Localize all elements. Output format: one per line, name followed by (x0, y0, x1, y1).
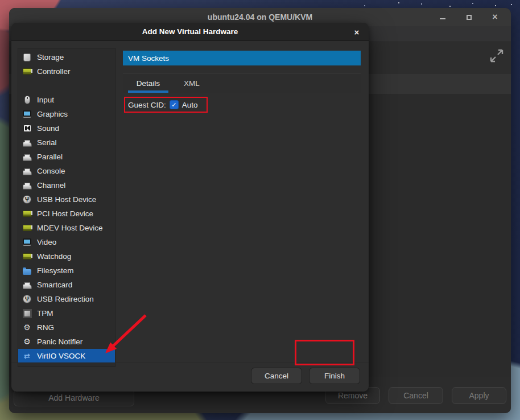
tab-xml[interactable]: XML (175, 73, 208, 93)
sidebar-item-label: Parallel (37, 153, 63, 161)
sidebar-item-label: USB Redirection (37, 295, 94, 303)
wallpaper-stars (398, 2, 399, 3)
sidebar-item-label: Channel (37, 181, 65, 190)
sidebar-item-label: TPM (37, 309, 53, 318)
sidebar-item-label: Video (37, 238, 56, 246)
sidebar-item-watchdog[interactable]: Watchdog (18, 249, 115, 263)
sidebar-item-label: Watchdog (37, 252, 71, 261)
panel-tabs: Details XML (123, 73, 361, 93)
dialog-close-icon[interactable]: × (352, 27, 362, 37)
annotation-box-finish (295, 340, 354, 365)
gear-icon: ⚙ (22, 323, 32, 332)
sidebar-item-parallel[interactable]: Parallel (18, 150, 115, 164)
sidebar-item-filesystem[interactable]: Filesystem (18, 263, 115, 278)
sidebar-item-blank (18, 79, 115, 93)
panel-header: VM Sockets (123, 51, 361, 65)
sidebar-item-usb-host-device[interactable]: ΨUSB Host Device (18, 192, 115, 207)
sidebar-item-tpm[interactable]: TPM (18, 306, 115, 320)
pci-card-icon (22, 209, 32, 219)
sidebar-item-virtio-vsock[interactable]: ⇄VirtIO VSOCK (18, 349, 115, 363)
sidebar-item-input[interactable]: Input (18, 93, 115, 107)
sidebar-item-rng[interactable]: ⚙RNG (18, 320, 115, 335)
channel-icon (22, 180, 32, 190)
sidebar-item-label: VirtIO VSOCK (37, 352, 85, 360)
folder-icon (22, 266, 32, 275)
sidebar-item-label: PCI Host Device (37, 209, 93, 218)
window-controls: × (437, 8, 501, 26)
sidebar-item-label: Sound (37, 124, 59, 133)
sidebar-item-label: Input (37, 96, 54, 104)
mdev-card-icon (22, 223, 32, 233)
panel-header-label: VM Sockets (128, 54, 169, 63)
sidebar-item-storage[interactable]: Storage (18, 50, 115, 64)
finish-button[interactable]: Finish (309, 368, 360, 384)
chip-icon (22, 308, 32, 318)
sound-icon (22, 123, 32, 133)
sidebar-item-channel[interactable]: Channel (18, 178, 115, 192)
serial-port-icon (22, 138, 32, 147)
sidebar-item-video[interactable]: Video (18, 235, 115, 249)
input-mouse-icon (22, 95, 32, 105)
sidebar-item-label: Filesystem (37, 266, 74, 275)
sidebar-item-controller[interactable]: Controller (18, 64, 115, 79)
add-hardware-button[interactable]: Add Hardware (14, 389, 134, 406)
vm-window-title: ubuntu24.04 on QEMU/KVM (208, 13, 312, 22)
usb-icon: Ψ (22, 195, 32, 204)
sidebar-item-usb-redirection[interactable]: ΨUSB Redirection (18, 292, 115, 306)
usb-icon: Ψ (22, 294, 32, 304)
sidebar-item-label: Console (37, 167, 65, 175)
sidebar-item-graphics[interactable]: Graphics (18, 107, 115, 121)
sidebar-item-smartcard[interactable]: Smartcard (18, 278, 115, 292)
controller-icon (22, 67, 32, 76)
sidebar-item-panic-notifier[interactable]: ⚙Panic Notifier (18, 335, 115, 349)
watchdog-card-icon (22, 252, 32, 261)
sidebar-item-console[interactable]: Console (18, 164, 115, 178)
sidebar-item-serial[interactable]: Serial (18, 135, 115, 150)
video-monitor-icon (22, 237, 32, 247)
vsock-icon: ⇄ (22, 351, 32, 361)
sidebar-item-label: Smartcard (37, 281, 72, 289)
graphics-monitor-icon (22, 109, 32, 119)
cancel-button[interactable]: Cancel (389, 387, 443, 404)
hardware-type-list: StorageControllerInputGraphicsSoundSeria… (18, 48, 115, 367)
dialog-titlebar[interactable]: Add New Virtual Hardware × (11, 23, 369, 41)
sidebar-item-pci-host-device[interactable]: PCI Host Device (18, 207, 115, 221)
sidebar-item-sound[interactable]: Sound (18, 121, 115, 135)
cancel-button[interactable]: Cancel (251, 368, 302, 384)
apply-button[interactable]: Apply (452, 387, 506, 404)
sidebar-item-label: Graphics (37, 110, 68, 118)
annotation-box-guest-cid: Guest CID: ✓ Auto (124, 97, 208, 113)
parallel-port-icon (22, 152, 32, 162)
minimize-icon[interactable] (437, 11, 448, 23)
console-icon (22, 166, 32, 176)
tab-details[interactable]: Details (128, 73, 168, 93)
fullscreen-icon[interactable] (489, 48, 504, 63)
sidebar-item-mdev-host-device[interactable]: MDEV Host Device (18, 221, 115, 235)
auto-checkbox[interactable]: ✓ (170, 100, 179, 109)
sidebar-item-label: USB Host Device (37, 195, 96, 204)
sidebar-item-label: Panic Notifier (37, 337, 82, 346)
details-form (123, 93, 361, 362)
smartcard-icon (22, 280, 32, 290)
sidebar-item-label: RNG (37, 323, 54, 332)
sidebar-item-label: MDEV Host Device (37, 224, 103, 232)
maximize-icon[interactable] (463, 11, 474, 23)
close-icon[interactable]: × (489, 11, 501, 23)
auto-checkbox-label: Auto (182, 101, 198, 109)
sidebar-item-label: Storage (37, 53, 64, 61)
sidebar-item-label: Controller (37, 67, 71, 76)
add-hardware-dialog: Add New Virtual Hardware × StorageContro… (11, 23, 369, 392)
dialog-title: Add New Virtual Hardware (142, 27, 238, 36)
storage-icon (22, 52, 32, 62)
sidebar-item-label: Serial (37, 138, 57, 147)
guest-cid-label: Guest CID: (128, 101, 166, 109)
gear-icon: ⚙ (22, 337, 32, 347)
